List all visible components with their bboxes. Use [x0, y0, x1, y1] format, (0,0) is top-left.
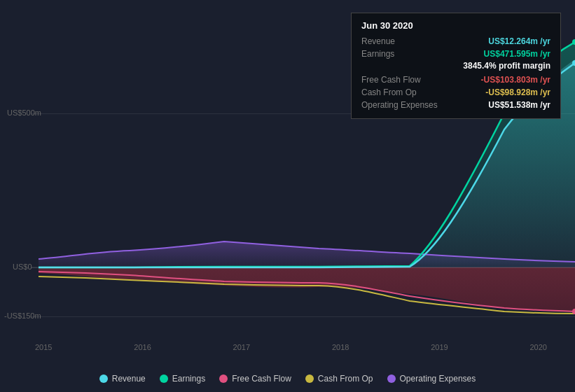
legend-dot-fcf — [219, 374, 228, 383]
legend-opex[interactable]: Operating Expenses — [387, 374, 476, 384]
legend-dot-revenue — [99, 374, 108, 383]
x-label-2020: 2020 — [529, 343, 546, 351]
legend-label-opex: Operating Expenses — [400, 374, 476, 384]
legend-fcf[interactable]: Free Cash Flow — [219, 374, 291, 384]
tooltip-title: Jun 30 2020 — [361, 20, 550, 31]
tooltip-earnings: Earnings US$471.595m /yr — [361, 48, 550, 60]
x-label-2015: 2015 — [35, 343, 52, 351]
margin-row: 3845.4% profit margin — [361, 60, 550, 74]
legend-label-earnings: Earnings — [172, 374, 205, 384]
x-label-2019: 2019 — [431, 343, 448, 351]
legend-dot-cashop — [305, 374, 314, 383]
earnings-label: Earnings — [361, 49, 394, 59]
cashop-label: Cash From Op — [361, 88, 417, 97]
opex-label: Operating Expenses — [361, 100, 438, 110]
tooltip-cashop: Cash From Op -US$98.928m /yr — [361, 86, 550, 99]
revenue-value: US$12.264m /yr — [488, 36, 550, 46]
fcf-value: -US$103.803m /yr — [481, 75, 550, 85]
legend-dot-earnings — [160, 374, 168, 383]
legend-revenue[interactable]: Revenue — [99, 374, 146, 384]
tooltip-revenue: Revenue US$12.264m /yr — [361, 35, 550, 48]
legend-cashop[interactable]: Cash From Op — [305, 374, 373, 384]
tooltip-opex: Operating Expenses US$51.538m /yr — [361, 99, 550, 111]
legend-label-cashop: Cash From Op — [318, 374, 373, 384]
x-label-2018: 2018 — [332, 343, 349, 351]
legend-label-revenue: Revenue — [112, 374, 146, 384]
legend-earnings[interactable]: Earnings — [160, 374, 205, 384]
chart-legend: Revenue Earnings Free Cash Flow Cash Fro… — [0, 374, 575, 384]
opex-value: US$51.538m /yr — [488, 100, 550, 110]
x-label-2017: 2017 — [233, 343, 250, 351]
legend-label-fcf: Free Cash Flow — [232, 374, 291, 384]
fcf-label: Free Cash Flow — [361, 75, 421, 85]
data-tooltip: Jun 30 2020 Revenue US$12.264m /yr Earni… — [351, 13, 561, 119]
cashop-value: -US$98.928m /yr — [485, 88, 550, 97]
earnings-value: US$471.595m /yr — [484, 49, 550, 59]
x-axis-labels: 2015 2016 2017 2018 2019 2020 — [0, 343, 575, 351]
revenue-label: Revenue — [361, 36, 395, 46]
x-label-2016: 2016 — [134, 343, 151, 351]
tooltip-fcf: Free Cash Flow -US$103.803m /yr — [361, 74, 550, 86]
legend-dot-opex — [387, 374, 396, 383]
